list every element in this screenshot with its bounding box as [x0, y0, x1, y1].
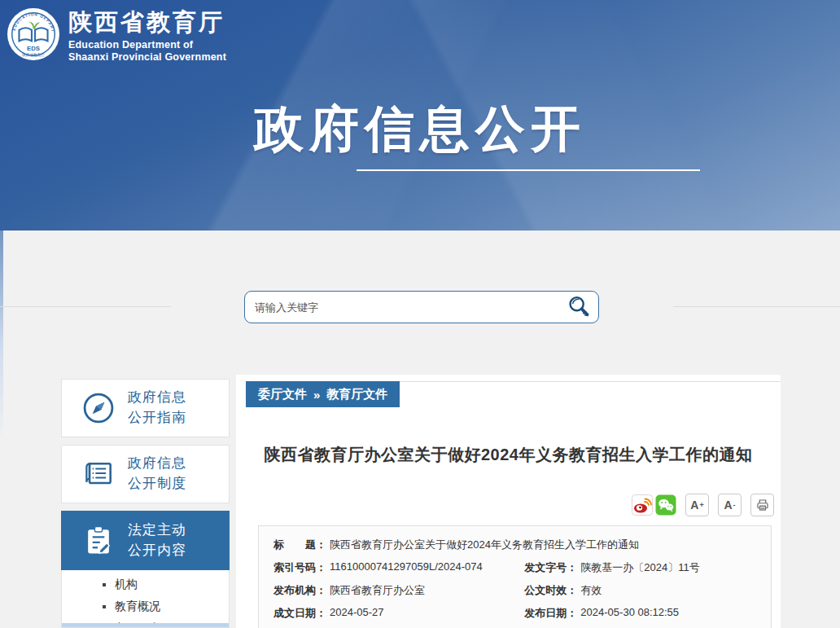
- weibo-share-icon[interactable]: [632, 494, 653, 516]
- divider-line: [673, 306, 840, 307]
- banner: EDUCATION DEPARTMENT OF SHAANXI EDS 陕西省教…: [0, 0, 840, 231]
- breadcrumb-separator: »: [313, 388, 320, 402]
- meta-row-index-number: 索引号码： 11610000741297059L/2024-074 发文字号： …: [259, 556, 771, 579]
- site-logo-block[interactable]: EDUCATION DEPARTMENT OF SHAANXI EDS 陕西省教…: [7, 7, 226, 64]
- site-name: 陕西省教育厅: [68, 10, 226, 36]
- left-edge-fade: [0, 231, 3, 442]
- sidebar-item-label: 政府信息 公开制度: [128, 454, 186, 494]
- meta-row-title: 标 题： 陕西省教育厅办公室关于做好2024年义务教育招生入学工作的通知: [259, 534, 771, 556]
- eds-emblem-icon: EDUCATION DEPARTMENT OF SHAANXI EDS 陕西省教…: [7, 7, 60, 61]
- page: EDUCATION DEPARTMENT OF SHAANXI EDS 陕西省教…: [0, 0, 840, 628]
- search-input[interactable]: [245, 301, 559, 314]
- sidebar-submenu: 机构 教育概况 主要职责: [61, 570, 230, 628]
- search-icon: [566, 294, 592, 320]
- search-button[interactable]: [559, 292, 598, 323]
- search-box: [244, 291, 599, 323]
- sidebar-item-label: 政府信息 公开指南: [128, 388, 186, 428]
- print-icon: [755, 498, 770, 512]
- clipboard-pen-icon: [80, 522, 117, 560]
- meta-row-dates: 成文日期： 2024-05-27 发布日期： 2024-05-30 08:12:…: [259, 602, 771, 625]
- divider-line: [0, 306, 171, 307]
- sidebar-item-gov-info-guide[interactable]: 政府信息 公开指南: [61, 379, 230, 437]
- breadcrumb-current-link[interactable]: 教育厅文件: [326, 387, 387, 402]
- sidebar-item-statutory-disclosure[interactable]: 法定主动 公开内容: [61, 511, 230, 570]
- site-title-block: 陕西省教育厅 Education Department of Shaanxi P…: [68, 7, 226, 64]
- sidebar-item-label: 法定主动 公开内容: [128, 520, 186, 560]
- banner-title: 政府信息公开: [0, 96, 840, 163]
- article-tools: A+ A-: [236, 494, 774, 516]
- meta-row-category-views: 类 别： 义务教育 浏览次数： 2353: [259, 625, 771, 628]
- meta-row-publisher: 发布机构： 陕西省教育厅办公室 公文时效： 有效: [259, 579, 771, 602]
- site-name-english: Education Department of Shaanxi Provinci…: [68, 39, 226, 64]
- rulebook-icon: [80, 455, 117, 493]
- bullet-icon: [103, 583, 106, 586]
- breadcrumb-parent-link[interactable]: 委厅文件: [258, 387, 307, 402]
- breadcrumb-rule: [392, 381, 781, 382]
- svg-text:EDS: EDS: [27, 45, 40, 52]
- svg-text:陕西省教育厅: 陕西省教育厅: [22, 52, 45, 58]
- font-increase-button[interactable]: A+: [685, 494, 709, 516]
- banner-title-underline: [357, 169, 700, 171]
- breadcrumb: 委厅文件 » 教育厅文件: [246, 381, 400, 407]
- submenu-item-organization[interactable]: 机构: [62, 573, 229, 595]
- sidebar-item-gov-info-system[interactable]: 政府信息 公开制度: [61, 445, 230, 503]
- font-decrease-button[interactable]: A-: [718, 494, 742, 516]
- submenu-item-education-overview[interactable]: 教育概况: [62, 595, 229, 617]
- document-meta-table: 标 题： 陕西省教育厅办公室关于做好2024年义务教育招生入学工作的通知 索引号…: [258, 525, 772, 628]
- article-title: 陕西省教育厅办公室关于做好2024年义务教育招生入学工作的通知: [236, 444, 781, 466]
- submenu-next-item-edge: [62, 623, 229, 627]
- bullet-icon: [103, 605, 106, 608]
- wechat-share-icon[interactable]: [655, 494, 676, 516]
- compass-icon: [80, 389, 117, 427]
- print-button[interactable]: [750, 494, 774, 516]
